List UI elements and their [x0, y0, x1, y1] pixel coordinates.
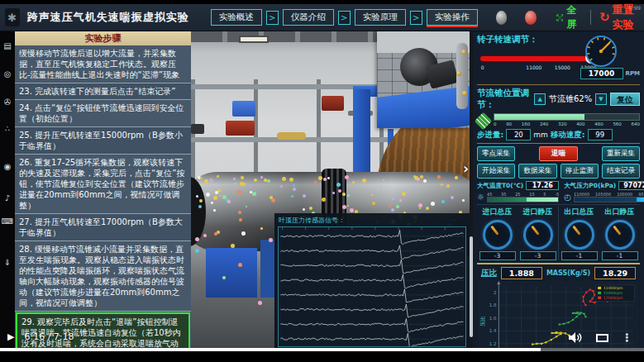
throttle-scale-tick: 240	[540, 121, 549, 126]
ruler-icon	[475, 112, 492, 130]
control-button-开始采集[interactable]: 开始采集	[477, 164, 515, 179]
pressure-ratio-label: 压比	[481, 268, 497, 279]
control-button-重新采集[interactable]: 重新采集	[602, 146, 640, 161]
throttle-scale-tick: 480	[594, 121, 603, 126]
scene-inset-view[interactable]	[377, 31, 470, 128]
film-icon[interactable]: ✇	[0, 98, 15, 107]
throttle-scale-tick: 160	[522, 121, 531, 126]
gauge-2: 进口静压-3	[518, 207, 558, 260]
slider-tick-label: 0	[481, 64, 484, 70]
tab-2[interactable]: 仪器介绍	[283, 9, 334, 26]
tab-chevron-icon[interactable]: >	[266, 11, 279, 25]
keyboard-icon[interactable]: ⌨	[0, 217, 15, 226]
scene-3d-viewport[interactable]: 叶顶压力传感器信号： ›	[191, 31, 470, 348]
pressure-bar	[574, 197, 644, 202]
steps-header: 实验步骤	[15, 31, 191, 45]
control-button-退喘[interactable]: 退喘	[539, 146, 578, 161]
svg-text:压比: 压比	[479, 316, 486, 326]
tab-chevron-icon[interactable]: >	[338, 11, 351, 25]
throttle-scale-tick: 400	[576, 121, 585, 126]
chevron-right-icon[interactable]: ›	[463, 160, 469, 177]
gold-fitting-decor	[462, 91, 467, 96]
throttle-position-label: 节流锥位置调节：	[477, 88, 531, 111]
throttle-scale-tick: 320	[558, 121, 567, 126]
gauge-label: 出口静压	[599, 207, 640, 217]
divider	[590, 10, 591, 25]
steps-list[interactable]: 缓慢移动节流锥后退以增大流量，并采集数据，直至压气机恢复稳定工作状态。观察压比-…	[15, 45, 191, 348]
ambient-temp-value: 17.26	[526, 181, 559, 190]
ambient-pressure-value: 97072	[618, 181, 644, 190]
gauge-value: -3	[479, 251, 516, 260]
control-button-零点采集[interactable]: 零点采集	[477, 146, 515, 161]
step-size-input[interactable]: 20	[506, 129, 531, 141]
gauge-needle	[531, 226, 539, 236]
control-button-停止监测[interactable]: 停止监测	[561, 164, 599, 179]
theater-mode-icon[interactable]	[596, 334, 608, 342]
fullscreen-icon	[556, 13, 564, 22]
gauge-dial-icon	[605, 220, 635, 250]
gold-fitting-decor	[461, 50, 466, 55]
camera-icon[interactable]: ◎	[0, 69, 15, 79]
download-icon[interactable]: ⇓	[0, 258, 15, 267]
slider-tick-label: 11000	[526, 64, 541, 70]
video-progress-bar[interactable]	[0, 348, 644, 351]
rpm-gauge	[584, 34, 618, 69]
throttle-position-bar[interactable]	[494, 113, 640, 121]
svg-text:1.2: 1.2	[489, 341, 497, 346]
audio-icon[interactable]: ♪	[0, 193, 15, 202]
step-item: 25. 提升压气机转速至15000rpm（B参数小于临界值）	[15, 127, 191, 155]
more-options-icon[interactable]: ⋮	[622, 334, 632, 342]
throttle-up-button[interactable]: ▲	[534, 93, 546, 105]
video-progress-fill	[0, 348, 541, 351]
throttle-down-button[interactable]: ▼	[595, 93, 607, 105]
eye-icon[interactable]: ◉	[0, 162, 15, 171]
rotor-speed-slider[interactable]: 0110001500017000	[480, 54, 594, 64]
step-size-label: 步进量:	[477, 130, 503, 141]
svg-text:2: 2	[494, 290, 496, 295]
status-lamp-red-icon	[525, 11, 537, 25]
tab-4[interactable]: 实验操作	[427, 9, 478, 26]
ambient-pressure-label: 大气压力P0(kPa)	[564, 182, 616, 190]
step-item: 28. 缓慢移动节流锥减小流量并采集数据，直至发生喘振现象。观察从稳态进入喘振状…	[15, 241, 191, 312]
fullscreen-button[interactable]: 全屏	[556, 3, 582, 31]
move-speed-input[interactable]: 99	[588, 129, 613, 141]
particles-icon[interactable]: ∴	[0, 124, 15, 133]
step-unit-label: mm	[533, 131, 548, 139]
page-title: 跨声速压气机失速喘振虚拟实验	[27, 10, 189, 25]
throttle-scale-tick: 640	[632, 121, 641, 126]
rpm-value-box[interactable]: 17000	[580, 68, 623, 79]
video-time: 6:16 / 7:18	[24, 331, 74, 342]
fullscreen-label: 全屏	[566, 3, 582, 31]
waveform-title: 叶顶压力传感器信号：	[275, 213, 470, 226]
step-item: 23. 完成该转速下的测量后点击“结束记录”	[15, 83, 191, 100]
gauge-label: 进口静压	[518, 207, 558, 217]
slider-track[interactable]	[480, 56, 594, 61]
svg-text:17000rpm: 17000rpm	[603, 296, 623, 300]
step-item: 26. 重复17-25循环采集数据，观察该转速下的失速及迟滞现象，采集完后，点击…	[15, 155, 191, 214]
tab-1[interactable]: 实验概述	[211, 9, 262, 26]
topbar: ✱ 跨声速压气机失速喘振虚拟实验 实验概述>仪器介绍>实验原理>实验操作 全屏 …	[0, 4, 644, 31]
left-toolbar: ▤◎✇∴◉♪⌨⇓	[0, 31, 15, 348]
play-button[interactable]: ▶	[7, 331, 14, 342]
letterbox-bottom	[0, 351, 644, 362]
throttle-reset-button[interactable]: 复位	[610, 93, 640, 106]
temperature-icon: ☼	[477, 193, 484, 202]
control-button-结束记录[interactable]: 结束记录	[602, 164, 640, 179]
tab-chevron-icon[interactable]: >	[410, 11, 422, 25]
control-button-数据采集[interactable]: 数据采集	[518, 164, 556, 179]
gauge-4: 出口静压-1	[599, 207, 640, 260]
throttle-scale-labels: 080160240320400480560640	[494, 121, 640, 126]
svg-text:1.6: 1.6	[489, 316, 497, 321]
tab-3[interactable]: 实验原理	[355, 9, 406, 26]
move-speed-label: 移动速度:	[551, 130, 585, 141]
gauge-dial-icon	[523, 220, 553, 250]
notes-icon[interactable]: ▤	[0, 41, 15, 50]
step-item: 27. 提升压气机转速至17000rpm（B参数大于临界值）	[15, 214, 191, 241]
tabs: 实验概述>仪器介绍>实验原理>实验操作	[211, 9, 478, 26]
gauge-needle	[490, 226, 499, 236]
volume-icon[interactable]	[569, 332, 583, 343]
gauge-needle	[613, 226, 621, 236]
status-lamp-gray-icon	[496, 11, 508, 25]
mass-flow-label: MASS(Kg/S)	[546, 269, 590, 277]
steps-panel: 实验步骤 缓慢移动节流锥后退以增大流量，并采集数据，直至压气机恢复稳定工作状态。…	[15, 31, 191, 348]
